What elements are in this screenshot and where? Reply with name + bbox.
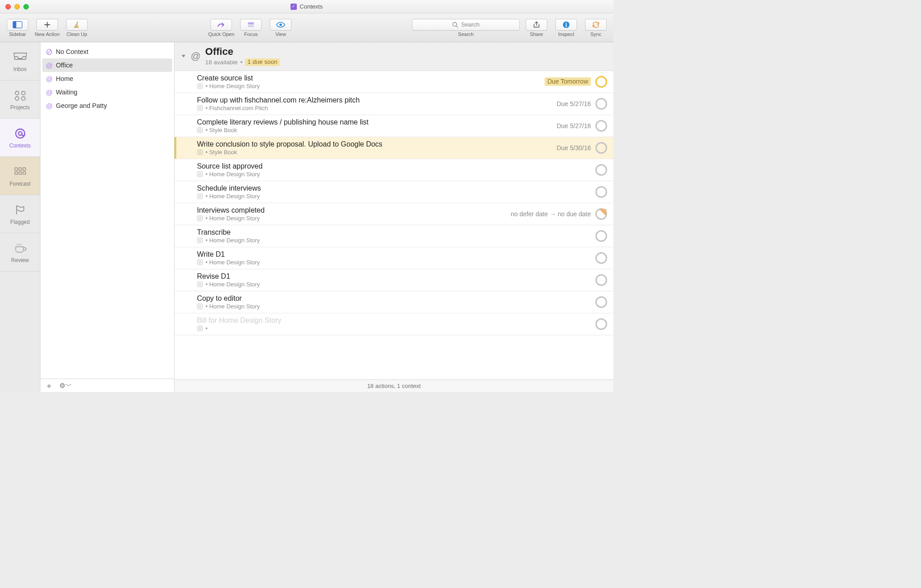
flag-icon (13, 203, 28, 217)
context-row[interactable]: @ Waiting (42, 85, 172, 99)
task-row[interactable]: Bill for Home Design Story • (174, 313, 613, 335)
task-row[interactable]: Revise D1 • Home Design Story (174, 269, 613, 291)
zoom-window[interactable] (23, 4, 29, 9)
svg-rect-21 (23, 172, 26, 174)
svg-rect-19 (15, 172, 18, 174)
task-status-circle[interactable] (595, 76, 607, 88)
window-title: ✓ Contexts (0, 4, 613, 10)
toolbar: Sidebar New Action Clean Up (0, 13, 613, 42)
view-button[interactable]: View (268, 19, 294, 37)
perspective-label: Contexts (9, 143, 31, 148)
window-title-text: Contexts (300, 4, 322, 9)
task-status-circle[interactable] (595, 142, 607, 154)
sync-button[interactable]: Sync (583, 19, 609, 37)
due-text: Due 5/27/16 (557, 101, 591, 107)
perspective-inbox[interactable]: Inbox (0, 42, 40, 80)
project-icon (197, 83, 203, 89)
task-project: • Style Book (206, 149, 237, 155)
task-row[interactable]: Interviews completed • Home Design Story… (174, 203, 613, 225)
svg-point-14 (16, 129, 25, 138)
forecast-icon (13, 165, 28, 178)
task-project: • Style Book (206, 127, 237, 133)
perspective-review[interactable]: Review (0, 233, 40, 272)
task-project: • Home Design Story (206, 281, 260, 287)
task-status-circle[interactable] (595, 98, 607, 110)
task-row[interactable]: Schedule interviews • Home Design Story (174, 181, 613, 203)
task-title: Bill for Home Design Story (197, 317, 586, 324)
clean-up-button[interactable]: Clean Up (64, 19, 90, 37)
new-action-button[interactable]: New Action (34, 19, 60, 37)
task-status-circle[interactable] (595, 186, 607, 198)
sidebar-icon (13, 21, 22, 29)
task-title: Create source list (197, 75, 540, 82)
context-label: Waiting (56, 89, 77, 96)
task-status-circle[interactable] (595, 274, 607, 286)
perspective-forecast[interactable]: Forecast (0, 157, 40, 195)
flag-indicator (599, 209, 606, 216)
task-status-circle[interactable] (595, 318, 607, 330)
task-row[interactable]: Follow up with fishchannel.com re:Alzhei… (174, 93, 613, 115)
task-project: • Home Design Story (206, 303, 260, 309)
perspective-bar: Inbox Projects Contexts (0, 42, 40, 392)
main: Inbox Projects Contexts (0, 42, 613, 392)
task-row[interactable]: Write D1 • Home Design Story (174, 247, 613, 269)
svg-rect-20 (19, 172, 22, 174)
perspective-label: Inbox (13, 67, 27, 72)
task-status-circle[interactable] (595, 252, 607, 264)
quick-open-button[interactable]: Quick Open (208, 19, 234, 37)
no-context-icon (46, 49, 53, 55)
perspective-label: Forecast (9, 181, 31, 187)
context-label: Office (56, 62, 73, 69)
add-context-button[interactable]: ＋ (45, 382, 53, 390)
disclosure-triangle[interactable] (181, 53, 186, 59)
task-row[interactable]: Copy to editor • Home Design Story (174, 291, 613, 313)
context-row[interactable]: @ George and Patty (42, 99, 172, 112)
search-field[interactable]: Search Search (412, 19, 520, 37)
task-status-circle[interactable] (595, 296, 607, 308)
project-icon (197, 259, 203, 265)
inspect-button[interactable]: Inspect (553, 19, 579, 37)
task-title: Schedule interviews (197, 185, 586, 192)
task-project: • Home Design Story (206, 193, 260, 199)
context-title: Office (205, 47, 280, 57)
task-project: • Home Design Story (206, 171, 260, 177)
project-icon (197, 171, 203, 177)
content-pane: @ Office 18 available • 1 due soon Creat… (174, 42, 613, 392)
project-icon (197, 325, 203, 331)
minimize-window[interactable] (14, 4, 20, 9)
project-icon (197, 105, 203, 111)
task-status-circle[interactable] (595, 120, 607, 132)
project-icon (197, 281, 203, 287)
due-soon-badge: 1 due soon (245, 58, 280, 66)
share-button[interactable]: Share (523, 19, 550, 37)
projects-icon (13, 89, 28, 102)
project-icon (197, 215, 203, 221)
task-row[interactable]: Transcribe • Home Design Story (174, 225, 613, 247)
context-row[interactable]: @ Office (42, 58, 172, 72)
task-row[interactable]: Write conclusion to style proposal. Uplo… (174, 137, 613, 159)
context-label: George and Patty (56, 102, 107, 109)
doc-icon: ✓ (291, 4, 297, 10)
task-status-circle[interactable] (595, 208, 607, 220)
status-bar: 18 actions, 1 context (174, 379, 613, 392)
broom-icon (72, 21, 82, 29)
svg-point-10 (15, 91, 19, 95)
task-row[interactable]: Source list approved • Home Design Story (174, 159, 613, 181)
close-window[interactable] (5, 4, 11, 9)
task-project: • (206, 325, 208, 331)
due-text: Due 5/30/16 (557, 145, 591, 151)
svg-point-8 (566, 22, 567, 23)
perspective-contexts[interactable]: Contexts (0, 119, 40, 157)
task-row[interactable]: Create source list • Home Design Story D… (174, 71, 613, 93)
focus-button[interactable]: Focus (238, 19, 264, 37)
gear-menu-button[interactable]: ⚙︎﹀ (59, 382, 72, 389)
context-list: No Context @ Office @ Home @ Waiting @ G… (40, 42, 174, 392)
task-status-circle[interactable] (595, 230, 607, 242)
perspective-projects[interactable]: Projects (0, 80, 40, 119)
task-status-circle[interactable] (595, 164, 607, 176)
sidebar-button[interactable]: Sidebar (4, 19, 31, 37)
context-row[interactable]: No Context (42, 45, 172, 58)
task-row[interactable]: Complete literary reviews / publishing h… (174, 115, 613, 137)
context-row[interactable]: @ Home (42, 72, 172, 85)
perspective-flagged[interactable]: Flagged (0, 195, 40, 233)
